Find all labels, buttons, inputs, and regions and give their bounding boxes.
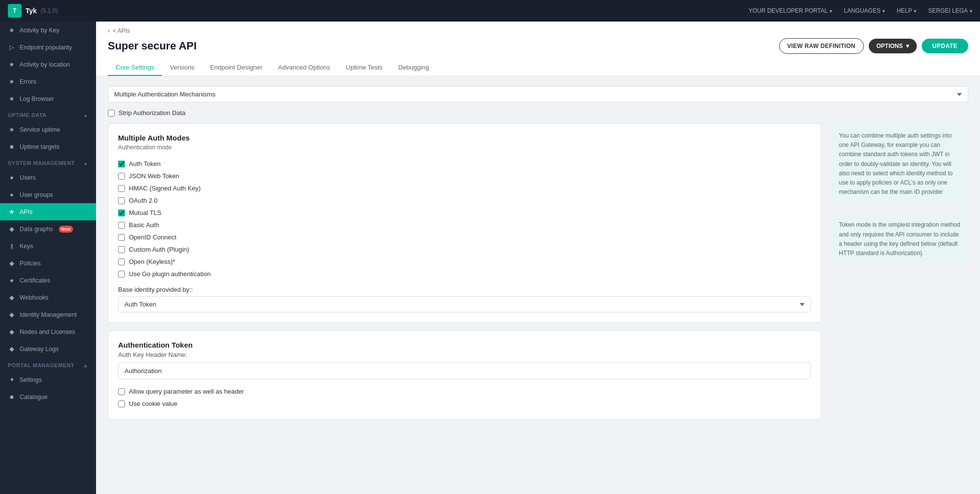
- section-portal-management[interactable]: Portal Management ▲: [0, 357, 96, 371]
- cert-icon: ●: [8, 277, 16, 284]
- developer-portal-nav[interactable]: YOUR DEVELOPER PORTAL ▾: [749, 7, 833, 14]
- main-content: ‹ < APIs Super secure API VIEW RAW DEFIN…: [96, 22, 980, 494]
- strip-auth-checkbox[interactable]: [108, 110, 115, 117]
- use-cookie-row: Use cookie value: [118, 398, 811, 410]
- tab-endpoint-designer[interactable]: Endpoint Designer: [202, 60, 270, 76]
- breadcrumb[interactable]: ‹ < APIs: [108, 27, 968, 34]
- checkbox-mutual-tls-label[interactable]: Mutual TLS: [129, 209, 161, 216]
- checkbox-jwt: JSON Web Token: [118, 170, 811, 182]
- tab-advanced-options[interactable]: Advanced Options: [270, 60, 338, 76]
- sidebar-item-activity-by-key[interactable]: ★ Activity by Key: [0, 22, 96, 39]
- sidebar-item-policies[interactable]: ◆ Policies: [0, 255, 96, 272]
- users-icon: ●: [8, 191, 16, 198]
- sidebar-item-data-graphs[interactable]: ◆ Data graphs New: [0, 220, 96, 237]
- checkbox-auth-token-label[interactable]: Auth Token: [129, 160, 161, 167]
- checkbox-hmac-input[interactable]: [118, 185, 125, 192]
- sidebar-item-errors[interactable]: ★ Errors: [0, 73, 96, 90]
- play-icon: ▷: [8, 44, 16, 51]
- checkbox-hmac-label[interactable]: HMAC (Signed Auth Key): [129, 185, 201, 192]
- checkbox-oauth2-input[interactable]: [118, 197, 125, 204]
- checkbox-basic-auth-label[interactable]: Basic Auth: [129, 221, 159, 229]
- auth-mechanism-wrapper: Multiple Authentication MechanismsAuth T…: [108, 86, 968, 102]
- use-cookie-label[interactable]: Use cookie value: [129, 400, 177, 407]
- logo: T Tyk (5.1.0): [8, 4, 58, 18]
- tab-uptime-tests[interactable]: Uptime Tests: [338, 60, 391, 76]
- square-icon: ■: [8, 143, 16, 150]
- base-identity-label: Base identity provided by::: [118, 286, 811, 293]
- section-subtitle: Authentication mode: [118, 144, 811, 151]
- options-button[interactable]: OPTIONS ▾: [869, 39, 917, 53]
- languages-nav[interactable]: LANGUAGES ▾: [844, 7, 885, 14]
- help-box-1-text: You can combine multiple auth settings i…: [839, 131, 960, 197]
- sidebar-item-log-browser[interactable]: ★ Log Browser: [0, 90, 96, 107]
- checkbox-mutual-tls-input[interactable]: [118, 210, 125, 216]
- new-badge: New: [59, 226, 73, 233]
- checkbox-auth-token: Auth Token: [118, 158, 811, 170]
- star-icon: ★: [8, 61, 16, 68]
- sidebar-label: Data graphs: [20, 226, 53, 233]
- chevron-down-icon: ▾: [830, 8, 832, 14]
- checkbox-jwt-label[interactable]: JSON Web Token: [129, 172, 179, 180]
- update-button[interactable]: UPDATE: [922, 39, 968, 53]
- checkbox-go-plugin-input[interactable]: [118, 271, 125, 278]
- checkbox-hmac: HMAC (Signed Auth Key): [118, 182, 811, 194]
- sidebar-label: Endpoint popularity: [20, 44, 72, 51]
- chevron-down-icon: ▾: [914, 8, 916, 14]
- sidebar-item-nodes-licenses[interactable]: ◆ Nodes and Licenses: [0, 323, 96, 340]
- star-icon: ★: [8, 26, 16, 34]
- sidebar-label: Activity by location: [20, 61, 70, 68]
- auth-mechanism-dropdown[interactable]: Multiple Authentication MechanismsAuth T…: [108, 86, 968, 102]
- view-raw-button[interactable]: VIEW RAW DEFINITION: [779, 38, 864, 54]
- settings-icon: ✦: [8, 376, 16, 383]
- tab-core-settings[interactable]: Core Settings: [108, 60, 162, 76]
- tab-versions[interactable]: Versions: [162, 60, 202, 76]
- sidebar-item-service-uptime[interactable]: ★ Service uptime: [0, 121, 96, 138]
- sidebar-item-catalogue[interactable]: ■ Catalogue: [0, 388, 96, 405]
- sidebar-label: Gateway Logs: [20, 346, 59, 353]
- checkbox-keyless-input[interactable]: [118, 259, 125, 265]
- sidebar-item-certificates[interactable]: ● Certificates: [0, 272, 96, 289]
- checkbox-oauth2-label[interactable]: OAuth 2.0: [129, 197, 158, 204]
- checkbox-auth-token-input[interactable]: [118, 161, 125, 167]
- collapse-icon: ▲: [83, 113, 88, 118]
- auth-header-input[interactable]: [118, 362, 811, 379]
- sidebar-item-webhooks[interactable]: ◆ Webhooks: [0, 289, 96, 306]
- section-system-management[interactable]: System Management ▲: [0, 155, 96, 169]
- sidebar-item-settings[interactable]: ✦ Settings: [0, 371, 96, 388]
- sidebar-item-gateway-logs[interactable]: ◆ Gateway Logs: [0, 340, 96, 357]
- allow-query-checkbox[interactable]: [118, 388, 125, 395]
- sidebar-item-uptime-targets[interactable]: ■ Uptime targets: [0, 138, 96, 155]
- use-cookie-checkbox[interactable]: [118, 400, 125, 407]
- sidebar-label: Keys: [20, 243, 33, 250]
- checkbox-jwt-input[interactable]: [118, 173, 125, 180]
- checkbox-go-plugin-label[interactable]: Use Go plugin authentication: [129, 270, 211, 278]
- strip-auth-label[interactable]: Strip Authorization Data: [119, 109, 186, 117]
- checkbox-basic-auth-input[interactable]: [118, 222, 125, 229]
- section-uptime-data[interactable]: Uptime Data ▲: [0, 107, 96, 121]
- sidebar-item-user-groups[interactable]: ● User groups: [0, 186, 96, 203]
- checkbox-openid-input[interactable]: [118, 234, 125, 241]
- base-identity-dropdown[interactable]: Auth TokenJWTHMACOAuth 2.0Mutual TLSBasi…: [118, 296, 811, 312]
- checkbox-openid-label[interactable]: OpenID Connect: [129, 234, 176, 241]
- tab-debugging[interactable]: Debugging: [391, 60, 437, 76]
- sidebar-item-activity-by-location[interactable]: ★ Activity by location: [0, 56, 96, 73]
- checkbox-custom-auth-input[interactable]: [118, 246, 125, 253]
- checkbox-custom-auth-label[interactable]: Custom Auth (Plugin): [129, 246, 189, 253]
- allow-query-row: Allow query parameter as well as header: [118, 385, 811, 398]
- checkbox-keyless-label[interactable]: Open (Keyless)*: [129, 258, 175, 265]
- sidebar-item-identity-management[interactable]: ◆ Identity Management: [0, 306, 96, 323]
- checkbox-keyless: Open (Keyless)*: [118, 256, 811, 268]
- sidebar-label: Catalogue: [20, 394, 48, 400]
- sidebar-item-endpoint-popularity[interactable]: ▷ Endpoint popularity: [0, 39, 96, 56]
- allow-query-label[interactable]: Allow query parameter as well as header: [129, 388, 244, 395]
- sidebar-item-users[interactable]: ● Users: [0, 169, 96, 186]
- webhook-icon: ◆: [8, 294, 16, 301]
- sidebar-item-keys[interactable]: ⚷ Keys: [0, 237, 96, 255]
- tabs: Core Settings Versions Endpoint Designer…: [108, 60, 968, 76]
- section-title: Multiple Auth Modes: [118, 134, 811, 142]
- help-nav[interactable]: HELP ▾: [897, 7, 916, 14]
- content-sidebar: You can combine multiple auth settings i…: [831, 123, 968, 428]
- collapse-icon: ▲: [83, 161, 88, 166]
- user-menu-nav[interactable]: SERGEI LEGA ▾: [928, 7, 972, 14]
- sidebar-item-apis[interactable]: ★ APIs: [0, 203, 96, 220]
